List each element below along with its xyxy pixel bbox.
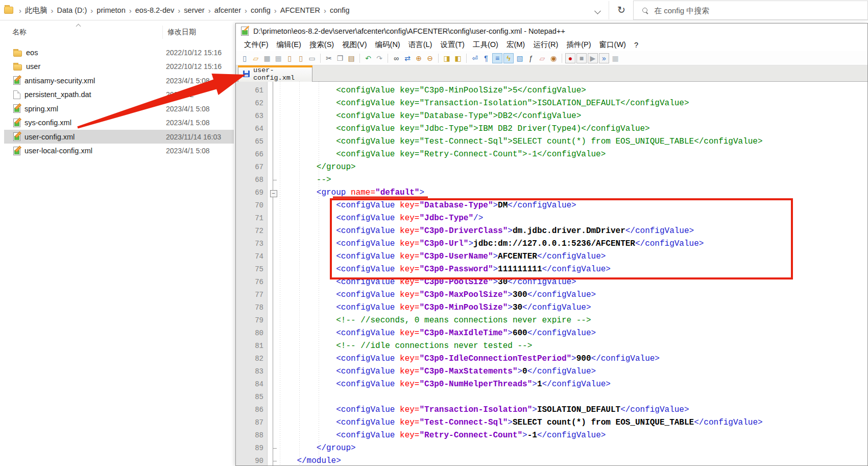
copy-icon[interactable]: ❐ (335, 53, 345, 63)
zoom-out-icon[interactable]: ⊖ (425, 53, 435, 63)
address-dropdown-chevron-icon[interactable] (594, 8, 601, 14)
code-line[interactable]: 83 <configValue key="C3p0-MaxStatements"… (236, 365, 867, 378)
save-icon[interactable]: ▦ (262, 53, 272, 63)
code-line[interactable]: 75 <configValue key="C3p0-Password">1111… (236, 263, 867, 276)
breadcrumb-item[interactable]: server (184, 6, 204, 14)
code-line[interactable]: 68 --> (236, 174, 867, 187)
code-line[interactable]: 77 <configValue key="C3p0-MaxPoolSize">3… (236, 289, 867, 301)
show-all-chars-icon[interactable]: ¶ (481, 53, 491, 63)
code-line[interactable]: 74 <configValue key="C3p0-UserName">AFCE… (236, 250, 867, 263)
file-row[interactable]: user-local-config.xml2023/4/1 5:08 (4, 144, 234, 158)
word-wrap-icon[interactable]: ⏎ (470, 53, 480, 63)
code-editor[interactable]: 61 <configValue key="C3p0-MinPoolSize">5… (236, 82, 867, 465)
code-line[interactable]: 85 (236, 391, 867, 404)
redo-icon[interactable]: ↷ (374, 53, 384, 63)
code-line[interactable]: 80 <configValue key="C3p0-MaxIdleTime">6… (236, 327, 867, 340)
open-folder-icon[interactable]: ▱ (251, 53, 261, 63)
zoom-in-icon[interactable]: ⊕ (414, 53, 424, 63)
fold-collapse-icon[interactable] (268, 187, 278, 199)
breadcrumb-item[interactable]: AFCENTER (280, 6, 320, 14)
breadcrumb-item[interactable]: eos-8.2-dev (135, 6, 175, 14)
file-row[interactable]: spring.xml2023/4/1 5:08 (4, 102, 234, 115)
save-all-icon[interactable]: ▩ (273, 53, 283, 63)
menu-item[interactable]: 工具(O) (469, 40, 502, 50)
code-line[interactable]: 82 <configValue key="C3p0-IdleConnection… (236, 353, 867, 365)
file-row[interactable]: sys-config.xml2023/4/1 5:08 (4, 116, 234, 130)
print-icon[interactable]: ▭ (307, 53, 317, 63)
code-line[interactable]: 86 <configValue key="Transaction-Isolati… (236, 404, 867, 416)
code-line[interactable]: 89 </group> (236, 442, 867, 455)
file-row[interactable]: eos2022/10/12 15:16 (4, 45, 234, 59)
code-line[interactable]: 65 <configValue key="Test-Connect-Sql">S… (236, 135, 867, 148)
breadcrumb-item[interactable]: Data (D:) (57, 6, 87, 14)
file-row[interactable]: user-config.xml2023/11/14 16:03 (4, 130, 234, 144)
menu-item[interactable]: 运行(R) (529, 40, 562, 50)
breadcrumb-item[interactable]: primeton (97, 6, 125, 14)
menu-item[interactable]: 窗口(W) (595, 40, 630, 50)
breadcrumb-item[interactable]: afcenter (214, 6, 241, 14)
menu-item[interactable]: 编辑(E) (273, 40, 305, 50)
code-line[interactable]: 62 <configValue key="Transaction-Isolati… (236, 97, 867, 110)
doc-map-icon[interactable]: ▧ (515, 53, 525, 63)
folder-workspace-icon[interactable]: ▱ (537, 53, 547, 63)
macro-play-icon[interactable]: ▶ (588, 53, 598, 63)
sync-scroll-h-icon[interactable]: ◧ (453, 53, 463, 63)
code-line[interactable]: 73 <configValue key="C3p0-Url">jdbc:dm:/… (236, 238, 867, 250)
code-line[interactable]: 63 <configValue key="Database-Type">DB2<… (236, 110, 867, 123)
code-line[interactable]: 64 <configValue key="Jdbc-Type">IBM DB2 … (236, 123, 867, 135)
menu-item[interactable]: 视图(V) (338, 40, 371, 50)
refresh-icon[interactable]: ↻ (614, 3, 629, 18)
close-icon[interactable]: ▯ (284, 53, 295, 63)
menu-item[interactable]: ? (630, 41, 642, 49)
code-line[interactable]: 69 <group name="default"> (236, 187, 867, 199)
file-row[interactable]: user2022/10/12 15:16 (4, 60, 234, 74)
menu-item[interactable]: 文件(F) (240, 40, 273, 50)
column-header-name[interactable]: 名称 (12, 28, 27, 37)
code-line[interactable]: 84 <configValue key="C3p0-NumHelperThrea… (236, 378, 867, 391)
file-row[interactable]: persistent_xpath.dat2023/8/2 (4, 88, 234, 102)
undo-icon[interactable]: ↶ (363, 53, 373, 63)
code-line[interactable]: 90 </module> (236, 455, 867, 465)
menu-item[interactable]: 宏(M) (502, 40, 529, 50)
code-line[interactable]: 71 <configValue key="Jdbc-Type"/> (236, 212, 867, 225)
paste-icon[interactable]: ▤ (346, 53, 356, 63)
macro-stop-icon[interactable]: ■ (576, 53, 587, 63)
code-line[interactable]: 66 <configValue key="Retry-Connect-Count… (236, 148, 867, 161)
macro-save-icon[interactable]: ▦ (610, 53, 620, 63)
code-line[interactable]: 78 <configValue key="C3p0-MinPoolSize">3… (236, 301, 867, 314)
close-all-icon[interactable]: ▯ (296, 53, 306, 63)
replace-icon[interactable]: ⇄ (402, 53, 413, 63)
search-box[interactable] (633, 1, 868, 20)
cut-icon[interactable]: ✂ (324, 53, 334, 63)
breadcrumb-item[interactable]: 此电脑 (25, 6, 47, 15)
search-input[interactable] (654, 6, 848, 15)
macro-ff-icon[interactable]: » (599, 53, 609, 63)
code-line[interactable]: 67 </group> (236, 161, 867, 174)
menu-item[interactable]: 搜索(S) (305, 40, 338, 50)
code-line[interactable]: 72 <configValue key="C3p0-DriverClass">d… (236, 225, 867, 238)
code-line[interactable]: 61 <configValue key="C3p0-MinPoolSize">5… (236, 84, 867, 97)
file-monitor-icon[interactable]: ◉ (548, 53, 559, 63)
menu-item[interactable]: 编码(N) (371, 40, 404, 50)
menu-item[interactable]: 语言(L) (404, 40, 437, 50)
column-header-date[interactable]: 修改日期 (167, 28, 196, 37)
file-row[interactable]: antisamy-security.xml2023/4/1 5:08 (4, 74, 234, 87)
tab-user-config-xml[interactable]: user-config.xml (238, 65, 312, 82)
macro-record-icon[interactable]: ● (565, 53, 575, 63)
code-line[interactable]: 79 <!-- //seconds, 0 means connections n… (236, 314, 867, 327)
code-line[interactable]: 70 <configValue key="Database-Type">DM</… (236, 199, 867, 212)
code-line[interactable]: 88 <configValue key="Retry-Connect-Count… (236, 429, 867, 442)
code-line[interactable]: 81 <!-- //idle connections never tested … (236, 340, 867, 353)
code-line[interactable]: 87 <configValue key="Test-Connect-Sql">S… (236, 416, 867, 429)
menu-item[interactable]: 插件(P) (562, 40, 595, 50)
sync-scroll-v-icon[interactable]: ◨ (442, 53, 452, 63)
breadcrumb-item[interactable]: config (251, 6, 271, 14)
title-bar[interactable]: D:\primeton\eos-8.2-dev\server\afcenter\… (236, 24, 867, 38)
function-list-icon[interactable]: ƒ (526, 53, 536, 63)
indent-guide-icon[interactable]: ≡ (492, 53, 502, 63)
breadcrumb-item[interactable]: config (330, 6, 350, 14)
doc-switcher-icon[interactable]: ϟ (503, 53, 514, 63)
menu-item[interactable]: 设置(T) (436, 40, 469, 50)
new-file-icon[interactable]: ▯ (239, 53, 250, 63)
code-line[interactable]: 76 <configValue key="C3p0-PoolSize">30</… (236, 276, 867, 289)
